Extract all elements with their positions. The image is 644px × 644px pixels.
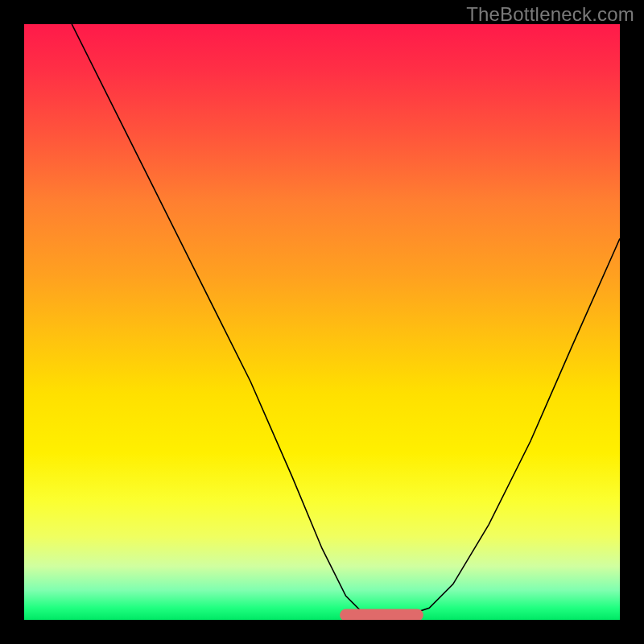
plot-area	[24, 24, 620, 620]
curve-line	[72, 24, 620, 617]
watermark-text: TheBottleneck.com	[466, 3, 634, 26]
chart-svg	[24, 24, 620, 620]
